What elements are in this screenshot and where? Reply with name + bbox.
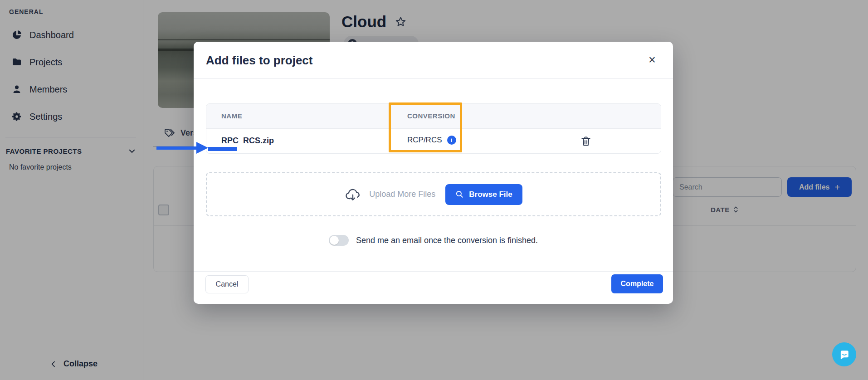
modal-file-table: NAME CONVERSION RPC_RCS.zip RCP/RCS i bbox=[206, 103, 661, 154]
toggle-knob bbox=[330, 236, 339, 245]
cancel-button[interactable]: Cancel bbox=[205, 275, 249, 293]
email-toggle-row: Send me an email once the conversion is … bbox=[194, 235, 673, 246]
file-name: RPC_RCS.zip bbox=[221, 136, 274, 146]
app-root: GENERAL Dashboard Projects bbox=[0, 0, 868, 380]
upload-more-files-label: Upload More Files bbox=[369, 190, 435, 199]
file-conversion: RCP/RCS i bbox=[407, 136, 456, 145]
search-icon bbox=[455, 190, 464, 199]
email-toggle[interactable] bbox=[329, 235, 349, 246]
browse-file-label: Browse File bbox=[469, 190, 512, 199]
close-icon[interactable]: × bbox=[644, 52, 660, 68]
complete-button[interactable]: Complete bbox=[611, 274, 663, 293]
table-row: RPC_RCS.zip RCP/RCS i bbox=[206, 129, 661, 153]
modal-title: Add files to project bbox=[206, 54, 312, 68]
modal-header: Add files to project × bbox=[194, 42, 673, 79]
chat-widget-button[interactable] bbox=[832, 342, 856, 366]
browse-file-button[interactable]: Browse File bbox=[445, 184, 522, 205]
trash-icon[interactable] bbox=[580, 135, 593, 147]
column-header-conversion: CONVERSION bbox=[407, 112, 455, 120]
footer-divider bbox=[194, 271, 673, 272]
email-toggle-label: Send me an email once the conversion is … bbox=[356, 236, 538, 245]
cloud-download-icon bbox=[345, 187, 361, 202]
column-header-name: NAME bbox=[221, 112, 242, 120]
chat-bubble-icon bbox=[838, 348, 851, 361]
upload-dropzone[interactable]: Upload More Files Browse File bbox=[206, 172, 661, 216]
info-icon[interactable]: i bbox=[447, 136, 456, 145]
add-files-modal: Add files to project × NAME CONVERSION R… bbox=[194, 42, 673, 304]
conversion-value: RCP/RCS bbox=[407, 136, 442, 145]
table-header-row: NAME CONVERSION bbox=[206, 104, 661, 129]
